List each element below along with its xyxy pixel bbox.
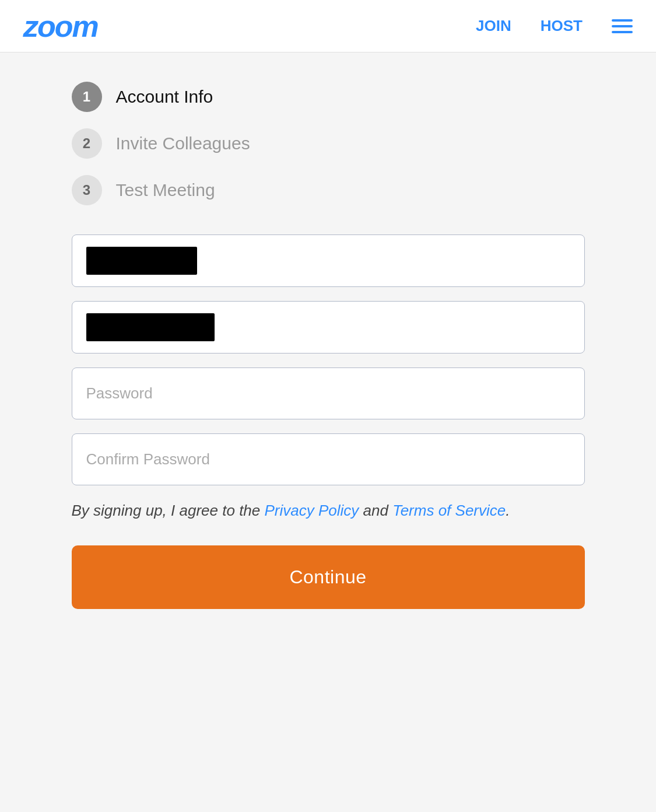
step-2-label: Invite Colleagues	[116, 134, 250, 153]
step-1-label: Account Info	[116, 87, 213, 107]
privacy-policy-link[interactable]: Privacy Policy	[265, 502, 359, 519]
terms-prefix: By signing up, I agree to the	[72, 502, 265, 519]
field1-input[interactable]	[72, 235, 585, 287]
terms-middle: and	[359, 502, 392, 519]
host-link[interactable]: HOST	[541, 17, 583, 35]
field2-group	[72, 301, 585, 354]
step-1: 1 Account Info	[72, 82, 585, 112]
password-input[interactable]	[72, 368, 585, 419]
join-link[interactable]: JOIN	[476, 17, 511, 35]
main-content: 1 Account Info 2 Invite Colleagues 3 Tes…	[43, 52, 614, 638]
step-3: 3 Test Meeting	[72, 175, 585, 205]
header-nav: JOIN HOST	[476, 17, 633, 35]
header: zoom JOIN HOST	[0, 0, 656, 52]
field1-group	[72, 235, 585, 287]
confirm-password-input[interactable]	[72, 433, 585, 485]
step-3-number: 3	[72, 175, 102, 205]
continue-button[interactable]: Continue	[72, 545, 585, 609]
step-2: 2 Invite Colleagues	[72, 128, 585, 159]
step-1-number: 1	[72, 82, 102, 112]
step-3-label: Test Meeting	[116, 180, 215, 200]
step-2-number: 2	[72, 128, 102, 159]
terms-suffix: .	[506, 502, 510, 519]
field1-redacted	[86, 247, 197, 275]
terms-of-service-link[interactable]: Terms of Service	[392, 502, 506, 519]
password-group	[72, 368, 585, 419]
steps-list: 1 Account Info 2 Invite Colleagues 3 Tes…	[72, 82, 585, 205]
zoom-logo: zoom	[23, 9, 98, 44]
field2-input[interactable]	[72, 301, 585, 354]
hamburger-menu-icon[interactable]	[612, 19, 633, 33]
confirm-password-group	[72, 433, 585, 485]
terms-text: By signing up, I agree to the Privacy Po…	[72, 499, 585, 522]
field2-redacted	[86, 313, 215, 341]
